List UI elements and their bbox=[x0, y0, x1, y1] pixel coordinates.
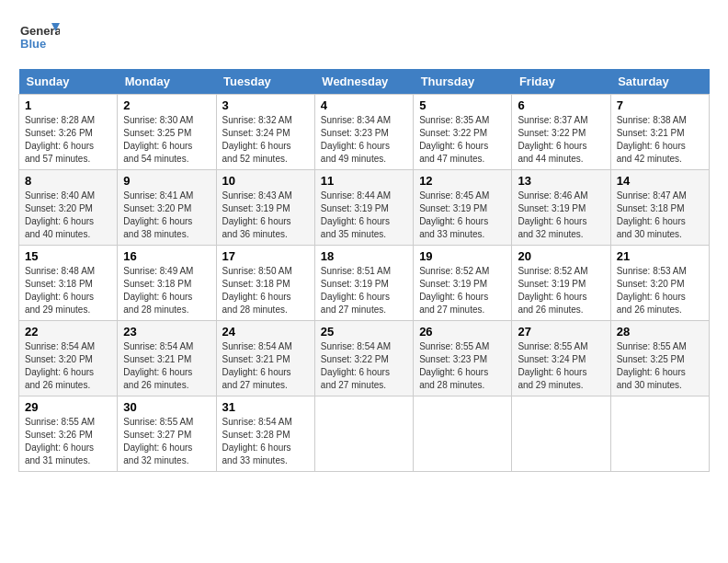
calendar-cell: 4Sunrise: 8:34 AMSunset: 3:23 PMDaylight… bbox=[314, 95, 413, 170]
day-info: Sunrise: 8:43 AMSunset: 3:19 PMDaylight:… bbox=[222, 190, 309, 241]
calendar-cell: 24Sunrise: 8:54 AMSunset: 3:21 PMDayligh… bbox=[216, 321, 314, 396]
day-number: 13 bbox=[518, 174, 604, 188]
day-number: 8 bbox=[25, 174, 111, 188]
day-info: Sunrise: 8:34 AMSunset: 3:23 PMDaylight:… bbox=[321, 114, 407, 166]
day-info: Sunrise: 8:37 AMSunset: 3:22 PMDaylight:… bbox=[518, 114, 604, 166]
calendar-week-row: 1Sunrise: 8:28 AMSunset: 3:26 PMDaylight… bbox=[19, 95, 710, 170]
day-number: 11 bbox=[321, 174, 407, 188]
calendar-cell: 7Sunrise: 8:38 AMSunset: 3:21 PMDaylight… bbox=[610, 95, 709, 170]
day-info: Sunrise: 8:55 AMSunset: 3:24 PMDaylight:… bbox=[518, 340, 604, 392]
day-number: 3 bbox=[222, 98, 309, 112]
calendar-cell: 11Sunrise: 8:44 AMSunset: 3:19 PMDayligh… bbox=[314, 170, 413, 246]
day-number: 10 bbox=[222, 174, 309, 188]
calendar-cell: 30Sunrise: 8:55 AMSunset: 3:27 PMDayligh… bbox=[118, 396, 216, 472]
day-number: 2 bbox=[123, 98, 210, 112]
day-info: Sunrise: 8:55 AMSunset: 3:26 PMDaylight:… bbox=[25, 416, 111, 467]
day-info: Sunrise: 8:44 AMSunset: 3:19 PMDaylight:… bbox=[321, 190, 407, 241]
calendar-cell: 12Sunrise: 8:45 AMSunset: 3:19 PMDayligh… bbox=[414, 170, 512, 246]
day-number: 14 bbox=[617, 174, 703, 188]
calendar-cell: 23Sunrise: 8:54 AMSunset: 3:21 PMDayligh… bbox=[118, 321, 216, 396]
calendar-cell: 29Sunrise: 8:55 AMSunset: 3:26 PMDayligh… bbox=[19, 396, 118, 472]
calendar-week-row: 29Sunrise: 8:55 AMSunset: 3:26 PMDayligh… bbox=[19, 396, 710, 472]
day-info: Sunrise: 8:49 AMSunset: 3:18 PMDaylight:… bbox=[123, 265, 210, 316]
day-of-week-header: Thursday bbox=[414, 69, 512, 95]
logo-container: General Blue bbox=[18, 18, 60, 60]
day-info: Sunrise: 8:55 AMSunset: 3:27 PMDaylight:… bbox=[123, 416, 210, 467]
calendar-cell: 5Sunrise: 8:35 AMSunset: 3:22 PMDaylight… bbox=[414, 95, 512, 170]
calendar-cell: 26Sunrise: 8:55 AMSunset: 3:23 PMDayligh… bbox=[414, 321, 512, 396]
day-number: 6 bbox=[518, 98, 604, 112]
calendar-cell: 21Sunrise: 8:53 AMSunset: 3:20 PMDayligh… bbox=[610, 246, 709, 321]
calendar-cell: 10Sunrise: 8:43 AMSunset: 3:19 PMDayligh… bbox=[216, 170, 314, 246]
calendar-cell: 2Sunrise: 8:30 AMSunset: 3:25 PMDaylight… bbox=[118, 95, 216, 170]
day-of-week-header: Tuesday bbox=[216, 69, 314, 95]
day-info: Sunrise: 8:53 AMSunset: 3:20 PMDaylight:… bbox=[617, 265, 703, 316]
day-info: Sunrise: 8:38 AMSunset: 3:21 PMDaylight:… bbox=[617, 114, 703, 166]
day-number: 4 bbox=[321, 98, 407, 112]
svg-text:Blue: Blue bbox=[20, 37, 46, 51]
day-info: Sunrise: 8:32 AMSunset: 3:24 PMDaylight:… bbox=[222, 114, 309, 166]
header: General Blue bbox=[18, 18, 710, 60]
day-number: 22 bbox=[25, 325, 111, 339]
calendar-header-row: SundayMondayTuesdayWednesdayThursdayFrid… bbox=[19, 69, 710, 95]
calendar-cell bbox=[414, 396, 512, 472]
day-number: 12 bbox=[419, 174, 506, 188]
day-of-week-header: Wednesday bbox=[314, 69, 413, 95]
calendar-cell bbox=[610, 396, 709, 472]
day-number: 1 bbox=[25, 98, 111, 112]
day-number: 16 bbox=[123, 249, 210, 263]
day-of-week-header: Friday bbox=[512, 69, 610, 95]
logo-svg: General Blue bbox=[18, 18, 60, 60]
day-number: 28 bbox=[617, 325, 703, 339]
calendar-cell: 15Sunrise: 8:48 AMSunset: 3:18 PMDayligh… bbox=[19, 246, 118, 321]
calendar-cell: 28Sunrise: 8:55 AMSunset: 3:25 PMDayligh… bbox=[610, 321, 709, 396]
calendar-cell: 31Sunrise: 8:54 AMSunset: 3:28 PMDayligh… bbox=[216, 396, 314, 472]
day-info: Sunrise: 8:45 AMSunset: 3:19 PMDaylight:… bbox=[419, 190, 506, 241]
day-info: Sunrise: 8:40 AMSunset: 3:20 PMDaylight:… bbox=[25, 190, 111, 241]
calendar-cell: 18Sunrise: 8:51 AMSunset: 3:19 PMDayligh… bbox=[314, 246, 413, 321]
day-info: Sunrise: 8:54 AMSunset: 3:28 PMDaylight:… bbox=[222, 416, 309, 467]
day-of-week-header: Monday bbox=[118, 69, 216, 95]
day-number: 25 bbox=[321, 325, 407, 339]
calendar-cell: 1Sunrise: 8:28 AMSunset: 3:26 PMDaylight… bbox=[19, 95, 118, 170]
calendar-cell: 20Sunrise: 8:52 AMSunset: 3:19 PMDayligh… bbox=[512, 246, 610, 321]
day-info: Sunrise: 8:48 AMSunset: 3:18 PMDaylight:… bbox=[25, 265, 111, 316]
day-info: Sunrise: 8:54 AMSunset: 3:21 PMDaylight:… bbox=[123, 340, 210, 392]
day-info: Sunrise: 8:52 AMSunset: 3:19 PMDaylight:… bbox=[419, 265, 506, 316]
day-number: 15 bbox=[25, 249, 111, 263]
calendar-week-row: 8Sunrise: 8:40 AMSunset: 3:20 PMDaylight… bbox=[19, 170, 710, 246]
calendar-cell: 9Sunrise: 8:41 AMSunset: 3:20 PMDaylight… bbox=[118, 170, 216, 246]
day-info: Sunrise: 8:55 AMSunset: 3:25 PMDaylight:… bbox=[617, 340, 703, 392]
day-number: 29 bbox=[25, 400, 111, 414]
day-info: Sunrise: 8:28 AMSunset: 3:26 PMDaylight:… bbox=[25, 114, 111, 166]
day-number: 7 bbox=[617, 98, 703, 112]
day-of-week-header: Sunday bbox=[19, 69, 118, 95]
day-info: Sunrise: 8:46 AMSunset: 3:19 PMDaylight:… bbox=[518, 190, 604, 241]
calendar-cell: 22Sunrise: 8:54 AMSunset: 3:20 PMDayligh… bbox=[19, 321, 118, 396]
day-number: 20 bbox=[518, 249, 604, 263]
calendar-cell bbox=[314, 396, 413, 472]
day-number: 9 bbox=[123, 174, 210, 188]
day-info: Sunrise: 8:35 AMSunset: 3:22 PMDaylight:… bbox=[419, 114, 506, 166]
day-info: Sunrise: 8:50 AMSunset: 3:18 PMDaylight:… bbox=[222, 265, 309, 316]
day-number: 24 bbox=[222, 325, 309, 339]
day-number: 30 bbox=[123, 400, 210, 414]
logo: General Blue bbox=[18, 18, 60, 60]
calendar-cell: 14Sunrise: 8:47 AMSunset: 3:18 PMDayligh… bbox=[610, 170, 709, 246]
calendar-cell: 3Sunrise: 8:32 AMSunset: 3:24 PMDaylight… bbox=[216, 95, 314, 170]
day-of-week-header: Saturday bbox=[610, 69, 709, 95]
day-number: 19 bbox=[419, 249, 506, 263]
day-number: 5 bbox=[419, 98, 506, 112]
day-number: 31 bbox=[222, 400, 309, 414]
day-info: Sunrise: 8:51 AMSunset: 3:19 PMDaylight:… bbox=[321, 265, 407, 316]
day-number: 26 bbox=[419, 325, 506, 339]
day-info: Sunrise: 8:52 AMSunset: 3:19 PMDaylight:… bbox=[518, 265, 604, 316]
calendar-cell: 25Sunrise: 8:54 AMSunset: 3:22 PMDayligh… bbox=[314, 321, 413, 396]
day-number: 23 bbox=[123, 325, 210, 339]
day-info: Sunrise: 8:54 AMSunset: 3:21 PMDaylight:… bbox=[222, 340, 309, 392]
calendar-cell: 17Sunrise: 8:50 AMSunset: 3:18 PMDayligh… bbox=[216, 246, 314, 321]
calendar-week-row: 15Sunrise: 8:48 AMSunset: 3:18 PMDayligh… bbox=[19, 246, 710, 321]
day-number: 17 bbox=[222, 249, 309, 263]
calendar-table: SundayMondayTuesdayWednesdayThursdayFrid… bbox=[18, 69, 710, 472]
day-info: Sunrise: 8:55 AMSunset: 3:23 PMDaylight:… bbox=[419, 340, 506, 392]
